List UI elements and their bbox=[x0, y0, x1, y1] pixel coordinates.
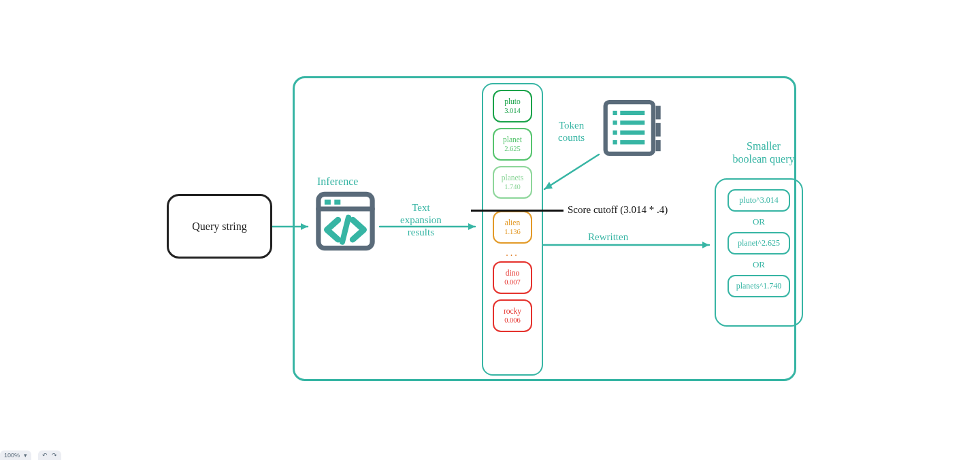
svg-rect-23 bbox=[613, 140, 617, 144]
token-name: alien bbox=[505, 218, 520, 227]
zoom-value: 100% bbox=[4, 452, 20, 459]
token-name: rocky bbox=[504, 307, 521, 316]
token-rocky: rocky 0.006 bbox=[493, 299, 532, 332]
inference-label: Inference bbox=[317, 176, 358, 188]
token-name: dino bbox=[506, 269, 519, 278]
token-value: 0.006 bbox=[504, 316, 521, 325]
token-pluto: pluto 3.014 bbox=[493, 90, 532, 122]
chevron-down-icon: ▾ bbox=[24, 452, 27, 459]
redo-button[interactable]: ↷ bbox=[52, 452, 57, 459]
query-string-label: Query string bbox=[192, 220, 246, 233]
svg-rect-13 bbox=[606, 102, 653, 154]
bool-term-pluto: pluto^3.014 bbox=[728, 189, 790, 212]
code-window-icon bbox=[313, 191, 378, 252]
token-name: pluto bbox=[504, 97, 521, 106]
score-cutoff-line bbox=[471, 210, 564, 212]
token-name: planet bbox=[503, 135, 522, 144]
svg-rect-22 bbox=[620, 131, 644, 135]
token-value: 0.007 bbox=[504, 278, 521, 286]
svg-rect-17 bbox=[613, 111, 617, 115]
zoom-control[interactable]: 100% ▾ bbox=[0, 450, 31, 460]
svg-rect-19 bbox=[613, 120, 617, 125]
svg-rect-20 bbox=[620, 120, 644, 125]
query-string-box: Query string bbox=[167, 194, 272, 259]
svg-rect-15 bbox=[656, 123, 661, 137]
token-value: 1.740 bbox=[504, 183, 521, 191]
svg-rect-16 bbox=[656, 140, 661, 151]
token-planets: planets 1.740 bbox=[493, 166, 532, 199]
svg-line-12 bbox=[342, 218, 348, 242]
token-value: 1.136 bbox=[504, 228, 521, 236]
diagram-canvas: Query string Inference Text expansion re… bbox=[0, 0, 980, 460]
svg-rect-18 bbox=[620, 111, 644, 115]
undo-button[interactable]: ↶ bbox=[42, 452, 48, 459]
score-cutoff-label: Score cutoff (3.014 * .4) bbox=[568, 204, 668, 216]
bottom-toolbar: 100% ▾ ↶ ↷ bbox=[0, 450, 61, 460]
token-value: 3.014 bbox=[504, 107, 521, 115]
list-document-icon bbox=[600, 97, 668, 159]
svg-rect-11 bbox=[334, 200, 340, 205]
svg-rect-10 bbox=[325, 200, 331, 205]
expansion-results-column: pluto 3.014 planet 2.625 planets 1.740 a… bbox=[482, 83, 543, 376]
rewritten-label: Rewritten bbox=[588, 231, 628, 243]
token-dino: dino 0.007 bbox=[493, 261, 532, 294]
token-counts-label: Token counts bbox=[558, 119, 585, 144]
svg-rect-21 bbox=[613, 131, 617, 135]
svg-rect-14 bbox=[656, 106, 661, 120]
token-planet: planet 2.625 bbox=[493, 128, 532, 161]
svg-rect-24 bbox=[620, 140, 644, 144]
bool-term-planet: planet^2.625 bbox=[728, 232, 790, 254]
ellipsis: ... bbox=[506, 248, 519, 259]
text-expansion-label: Text expansion results bbox=[400, 201, 442, 238]
token-alien: alien 1.136 bbox=[493, 211, 532, 244]
bool-term-planets: planets^1.740 bbox=[728, 275, 790, 297]
bool-or: OR bbox=[753, 259, 765, 270]
bool-or: OR bbox=[753, 216, 765, 227]
boolean-query-box: pluto^3.014 OR planet^2.625 OR planets^1… bbox=[715, 178, 803, 327]
token-name: planets bbox=[502, 174, 524, 182]
history-controls: ↶ ↷ bbox=[38, 450, 61, 460]
smaller-boolean-query-label: Smaller boolean query bbox=[723, 139, 804, 165]
token-value: 2.625 bbox=[504, 145, 521, 153]
